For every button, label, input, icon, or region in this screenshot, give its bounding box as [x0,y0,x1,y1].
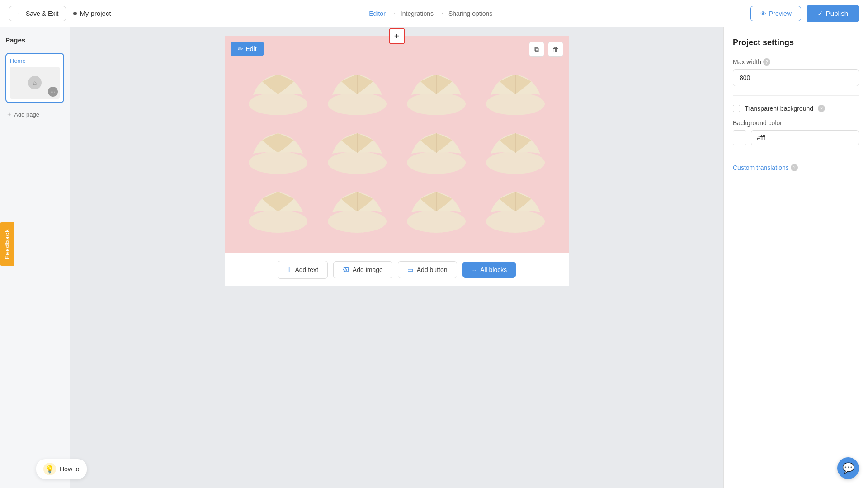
nav-arrow-2: → [438,10,444,17]
project-name: My project [73,9,111,17]
status-dot [73,12,77,15]
preview-button[interactable]: 👁 Preview [750,6,801,21]
svg-point-4 [407,93,466,115]
bg-color-row [733,130,859,145]
how-to-bar[interactable]: 💡 How to [36,459,87,479]
add-button-button[interactable]: ▭ Add button [398,261,457,278]
cookie-svg-7 [405,127,468,176]
canvas-area: + ✏ Edit ⧉ 🗑 [70,27,723,488]
cookie-item-3 [401,68,472,117]
main-layout: Pages Home ⌂ ··· + Add page + [0,27,868,488]
right-panel: Project settings Max width ? Transparent… [723,27,868,488]
nav-sharing[interactable]: Sharing options [448,10,492,17]
color-swatch[interactable] [733,130,746,145]
panel-title: Project settings [733,38,859,47]
page-thumb-icon: ⌂ [28,76,42,89]
svg-point-2 [328,93,387,115]
cookie-item-11 [401,185,472,235]
max-width-label: Max width ? [733,58,859,66]
custom-translations-help-icon[interactable]: ? [791,164,798,171]
cookie-item-4 [481,68,551,117]
cookie-item-8 [481,127,551,176]
sidebar-title: Pages [5,36,64,44]
transparent-bg-row: Transparent background ? [733,105,859,112]
svg-point-16 [249,210,307,233]
transparent-bg-help-icon[interactable]: ? [818,105,825,112]
svg-point-14 [486,151,545,174]
page-card-thumbnail: ⌂ ··· [10,67,60,99]
all-blocks-button[interactable]: ··· All blocks [462,262,516,278]
cookie-item-6 [322,127,392,176]
delete-button[interactable]: 🗑 [548,42,563,57]
divider-1 [733,95,859,96]
svg-point-22 [486,210,545,233]
svg-point-20 [407,210,466,233]
page-more-button[interactable]: ··· [48,87,58,97]
save-exit-button[interactable]: ← Save & Exit [9,6,66,21]
cookie-svg-2 [326,68,389,117]
cookie-svg-10 [326,185,389,235]
divider-2 [733,155,859,155]
svg-point-0 [249,93,307,115]
add-image-button[interactable]: 🖼 Add image [333,261,392,278]
cookie-svg-8 [484,127,547,176]
transparent-bg-label: Transparent background [745,105,813,112]
text-icon: T [287,266,292,274]
topbar-right: 👁 Preview ✓ Publish [750,5,859,22]
cookie-item-10 [322,185,392,235]
plus-icon: + [7,110,11,118]
add-block-button[interactable]: + [389,28,405,44]
add-text-button[interactable]: T Add text [278,261,328,279]
bottom-toolbar: T Add text 🖼 Add image ▭ Add button ··· … [225,253,569,286]
canvas-wrapper: + ✏ Edit ⧉ 🗑 [225,36,569,286]
svg-point-12 [407,151,466,174]
max-width-input[interactable] [733,69,859,86]
custom-translations-link[interactable]: Custom translations ? [733,164,859,171]
pencil-icon: ✏ [238,45,243,52]
edit-button[interactable]: ✏ Edit [231,42,264,56]
publish-button[interactable]: ✓ Publish [807,5,859,22]
topbar: ← Save & Exit My project Editor → Integr… [0,0,868,27]
page-card-home[interactable]: Home ⌂ ··· [5,53,64,103]
chat-bubble[interactable]: 💬 [837,457,859,479]
dots-icon: ··· [472,266,477,273]
cookie-item-12 [481,185,551,235]
cookie-item-1 [243,68,313,117]
svg-point-8 [249,151,307,174]
chat-icon: 💬 [842,462,854,474]
page-card-label: Home [10,57,60,64]
arrow-left-icon: ← [17,10,23,17]
cookie-svg-4 [484,68,547,117]
canvas-actions: ⧉ 🗑 [529,42,563,57]
cookie-svg-6 [326,127,389,176]
image-icon: 🖼 [343,266,349,273]
nav-editor[interactable]: Editor [369,10,386,17]
nav-center: Editor → Integrations → Sharing options [118,10,743,17]
cookie-item-9 [243,185,313,235]
cookie-svg-12 [484,185,547,235]
cookie-item-2 [322,68,392,117]
transparent-bg-checkbox[interactable] [733,105,740,112]
nav-integrations[interactable]: Integrations [401,10,434,17]
svg-point-6 [486,93,545,115]
svg-point-10 [328,151,387,174]
cookie-svg-9 [246,185,310,235]
cookie-item-7 [401,127,472,176]
add-page-button[interactable]: + Add page [5,108,64,120]
feedback-tab[interactable]: Feedback [0,222,14,266]
cookie-svg-5 [246,127,310,176]
duplicate-button[interactable]: ⧉ [529,42,544,57]
cookie-grid [225,36,569,253]
svg-point-18 [328,210,387,233]
bg-color-label: Background color [733,119,859,127]
cookie-svg-3 [405,68,468,117]
canvas-toolbar: ✏ Edit [231,42,264,56]
max-width-help-icon[interactable]: ? [763,58,770,66]
color-input[interactable] [751,130,859,145]
home-icon: ⌂ [33,79,37,86]
nav-arrow-1: → [390,10,396,17]
check-icon: ✓ [817,9,823,18]
eye-icon: 👁 [760,10,766,17]
canvas-content: ✏ Edit ⧉ 🗑 [225,36,569,253]
cookie-svg-11 [405,185,468,235]
